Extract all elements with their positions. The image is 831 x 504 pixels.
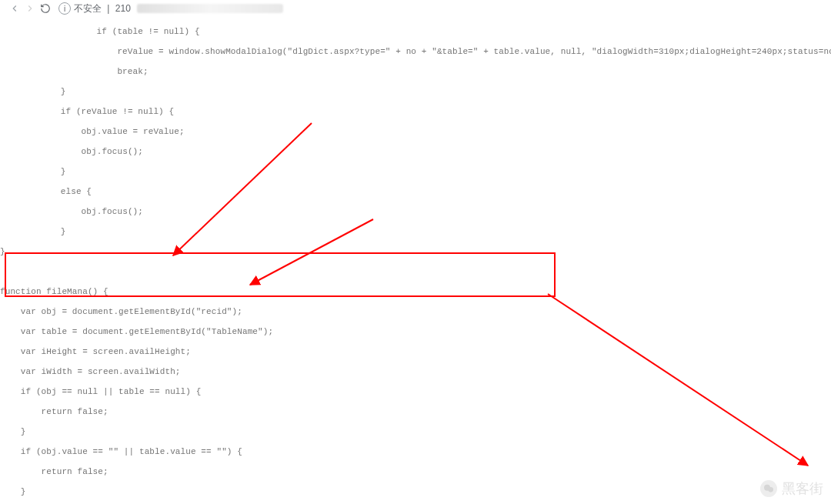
code-line: var table = document.getElementById("Tab… — [0, 327, 831, 337]
code-line: else { — [0, 187, 831, 197]
code-line: if (obj == null || table == null) { — [0, 387, 831, 397]
svg-point-4 — [768, 487, 773, 492]
watermark: 黑客街 — [760, 479, 823, 498]
code-line: } — [0, 487, 831, 497]
code-line: if (table != null) { — [0, 27, 831, 37]
address-separator: | — [105, 3, 112, 14]
address-redacted — [137, 4, 283, 13]
code-line: return false; — [0, 467, 831, 477]
code-line: obj.value = reValue; — [0, 127, 831, 137]
info-icon: i — [58, 2, 71, 15]
code-line: var iHeight = screen.availHeight; — [0, 347, 831, 357]
code-line: } — [0, 427, 831, 437]
code-line: break; — [0, 67, 831, 77]
code-line: if (reValue != null) { — [0, 107, 831, 117]
code-line: } — [0, 167, 831, 177]
address-bar[interactable]: i 不安全 | 210 — [55, 1, 289, 17]
code-line: if (obj.value == "" || table.value == ""… — [0, 447, 831, 457]
back-button[interactable] — [9, 3, 20, 14]
reload-button[interactable] — [40, 3, 51, 14]
watermark-text: 黑客街 — [782, 479, 823, 498]
code-line: obj.focus(); — [0, 147, 831, 157]
code-line: } — [0, 227, 831, 237]
code-line: var iWidth = screen.availWidth; — [0, 367, 831, 377]
forward-button[interactable] — [25, 3, 35, 14]
highlight-box — [5, 252, 556, 297]
code-line: } — [0, 87, 831, 97]
code-line: obj.focus(); — [0, 207, 831, 217]
browser-toolbar: i 不安全 | 210 — [0, 0, 831, 17]
code-line: reValue = window.showModalDialog("dlgDic… — [0, 47, 831, 57]
insecure-label: 不安全 — [74, 2, 102, 15]
code-line: return false; — [0, 407, 831, 417]
wechat-icon — [760, 480, 777, 497]
address-visible: 210 — [115, 3, 131, 14]
code-line: var obj = document.getElementById("recid… — [0, 307, 831, 317]
